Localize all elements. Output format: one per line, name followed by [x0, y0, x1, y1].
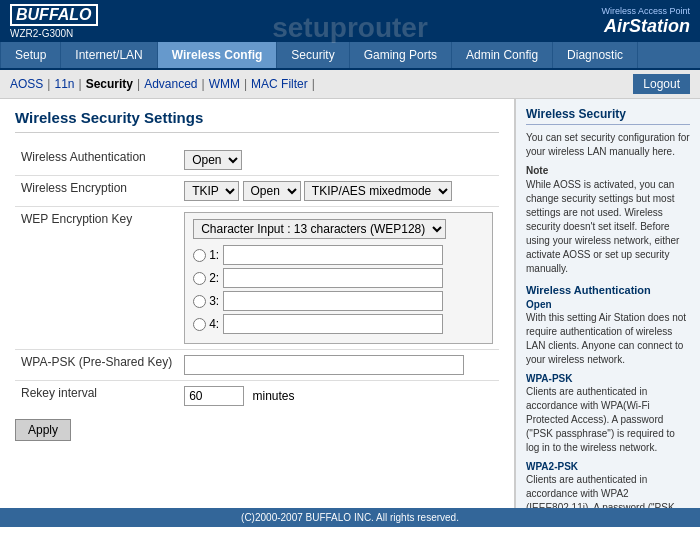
page-title: Wireless Security Settings: [15, 109, 499, 133]
tab-admin-config[interactable]: Admin Config: [452, 42, 553, 68]
wireless-enc-tkip-select[interactable]: TKIP: [184, 181, 239, 201]
wireless-enc-mode-select[interactable]: TKIP/AES mixedmode: [304, 181, 452, 201]
wep-key-4-input[interactable]: [223, 314, 443, 334]
header-right: Wireless Access Point AirStation: [601, 6, 690, 37]
wep-key-1-input[interactable]: [223, 245, 443, 265]
wep-key-4-label: 4:: [193, 317, 219, 331]
rekey-input[interactable]: [184, 386, 244, 406]
note-label: Note: [526, 165, 690, 176]
wireless-auth-select[interactable]: Open: [184, 150, 242, 170]
left-panel: Wireless Security Settings Wireless Auth…: [0, 99, 515, 508]
apply-button[interactable]: Apply: [15, 419, 71, 441]
subnav-11n[interactable]: 11n: [54, 77, 74, 91]
sidebar-wpa2-psk-desc: Clients are authenticated in accordance …: [526, 473, 690, 508]
content-wrapper: Wireless Security Settings Wireless Auth…: [0, 99, 700, 508]
wep-key-2-label: 2:: [193, 271, 219, 285]
sidebar-open-term: Open: [526, 299, 690, 310]
rekey-row: Rekey interval minutes: [15, 381, 499, 412]
footer: (C)2000-2007 BUFFALO INC. All rights res…: [0, 508, 700, 527]
sub-nav: AOSS | 11n | Security | Advanced | WMM |…: [0, 70, 700, 99]
wep-key-2-radio[interactable]: [193, 272, 206, 285]
wep-key-cell: Character Input : 13 characters (WEP128)…: [178, 207, 499, 350]
sep2: |: [79, 77, 82, 91]
subnav-aoss[interactable]: AOSS: [10, 77, 43, 91]
tab-internet-lan[interactable]: Internet/LAN: [61, 42, 157, 68]
sub-nav-left: AOSS | 11n | Security | Advanced | WMM |…: [10, 77, 319, 91]
subnav-advanced[interactable]: Advanced: [144, 77, 197, 91]
wep-key-3-label: 3:: [193, 294, 219, 308]
model-label: WZR2-G300N: [10, 28, 98, 39]
tab-setup[interactable]: Setup: [0, 42, 61, 68]
tab-security[interactable]: Security: [277, 42, 349, 68]
footer-text: (C)2000-2007 BUFFALO INC. All rights res…: [241, 512, 459, 523]
wep-key-4-radio[interactable]: [193, 318, 206, 331]
tab-gaming-ports[interactable]: Gaming Ports: [350, 42, 452, 68]
wireless-auth-value-cell: Open: [178, 145, 499, 176]
wep-key-label: WEP Encryption Key: [15, 207, 178, 350]
sidebar-wpa-psk-term: WPA-PSK: [526, 373, 690, 384]
wep-key-row: WEP Encryption Key Character Input : 13 …: [15, 207, 499, 350]
wep-key-4-row: 4:: [193, 314, 484, 334]
wep-key-1-row: 1:: [193, 245, 484, 265]
wpa-psk-label: WPA-PSK (Pre-Shared Key): [15, 350, 178, 381]
sidebar-title: Wireless Security: [526, 107, 690, 125]
wep-key-2-input[interactable]: [223, 268, 443, 288]
sep6: |: [312, 77, 315, 91]
wep-header: Character Input : 13 characters (WEP128): [193, 219, 484, 239]
subnav-wmm[interactable]: WMM: [209, 77, 240, 91]
sidebar-auth-section: Wireless Authentication: [526, 284, 690, 296]
nav-tabs: Setup Internet/LAN Wireless Config Secur…: [0, 42, 700, 70]
wireless-auth-label: Wireless Authentication: [15, 145, 178, 176]
wep-key-3-row: 3:: [193, 291, 484, 311]
wep-key-1-label: 1:: [193, 248, 219, 262]
tab-wireless-config[interactable]: Wireless Config: [158, 42, 278, 68]
brand-title: AirStation: [604, 16, 690, 36]
wireless-enc-value-cell: TKIP Open TKIP/AES mixedmode: [178, 176, 499, 207]
sep3: |: [137, 77, 140, 91]
logout-button[interactable]: Logout: [633, 74, 690, 94]
wpa-psk-row: WPA-PSK (Pre-Shared Key): [15, 350, 499, 381]
rekey-cell: minutes: [178, 381, 499, 412]
wep-key-3-input[interactable]: [223, 291, 443, 311]
sidebar-intro: You can set security configuration for y…: [526, 131, 690, 159]
form-table: Wireless Authentication Open Wireless En…: [15, 145, 499, 411]
watermark: setuprouter: [272, 12, 428, 44]
sidebar-note: While AOSS is activated, you can change …: [526, 178, 690, 276]
sidebar-wpa2-psk-term: WPA2-PSK: [526, 461, 690, 472]
sep1: |: [47, 77, 50, 91]
wpa-psk-input[interactable]: [184, 355, 464, 375]
logo-area: BUFFALO WZR2-G300N: [10, 4, 98, 39]
wep-key-1-radio[interactable]: [193, 249, 206, 262]
wireless-auth-row: Wireless Authentication Open: [15, 145, 499, 176]
sep4: |: [202, 77, 205, 91]
wireless-enc-row: Wireless Encryption TKIP Open TKIP/AES m…: [15, 176, 499, 207]
tab-diagnostic[interactable]: Diagnostic: [553, 42, 638, 68]
rekey-unit: minutes: [253, 389, 295, 403]
subnav-mac-filter[interactable]: MAC Filter: [251, 77, 308, 91]
sep5: |: [244, 77, 247, 91]
wireless-enc-open-select[interactable]: Open: [243, 181, 301, 201]
wep-char-input-select[interactable]: Character Input : 13 characters (WEP128): [193, 219, 446, 239]
wep-key-3-radio[interactable]: [193, 295, 206, 308]
sidebar-wpa-psk-desc: Clients are authenticated in accordance …: [526, 385, 690, 455]
wireless-enc-label: Wireless Encryption: [15, 176, 178, 207]
rekey-label: Rekey interval: [15, 381, 178, 412]
sidebar-open-desc: With this setting Air Station does not r…: [526, 311, 690, 367]
buffalo-logo: BUFFALO: [10, 4, 98, 26]
subnav-security[interactable]: Security: [86, 77, 133, 91]
wep-key-2-row: 2:: [193, 268, 484, 288]
wep-container: Character Input : 13 characters (WEP128)…: [184, 212, 493, 344]
product-line-label: Wireless Access Point: [601, 6, 690, 16]
right-panel: Wireless Security You can set security c…: [515, 99, 700, 508]
wpa-psk-cell: [178, 350, 499, 381]
